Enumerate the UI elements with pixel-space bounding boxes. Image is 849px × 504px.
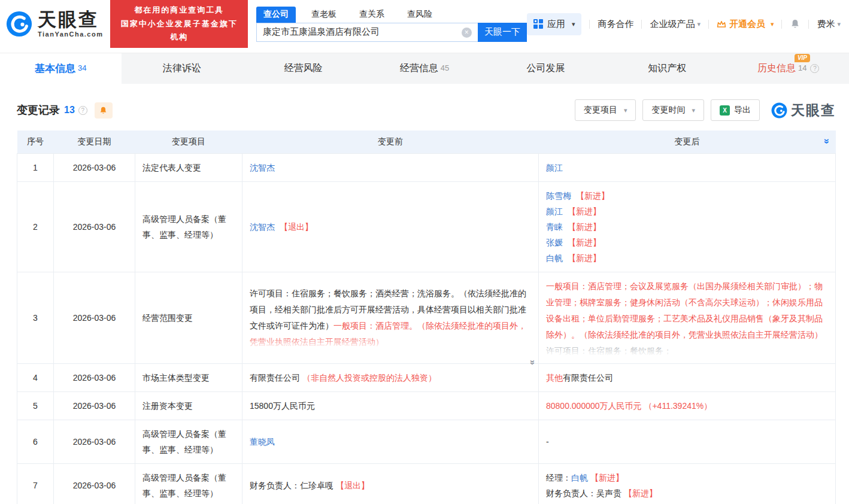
row-index: 3 [17,272,54,363]
menu-divider [641,20,642,29]
business-coop-link[interactable]: 商务合作 [598,19,633,30]
search-tab-risk[interactable]: 查风险 [400,7,439,23]
table-row: 1 2026-03-06 法定代表人变更 沈智杰 颜江 [17,153,836,181]
change-after: 其他有限责任公司 [539,363,836,391]
chevron-down-icon: ▾ [572,20,575,28]
table-row: 5 2026-03-06 注册资本变更 15800万人民币元 80800.000… [17,391,836,420]
user-menu[interactable]: 费米 ▾ [817,19,841,30]
scope-text: 许可项目：住宿服务；餐饮服务； [546,346,672,356]
tab-label: 历史信息 [757,63,796,73]
new-tag: 【新进】 [590,473,624,482]
tab-legal-litigation[interactable]: 法律诉讼 [122,53,243,84]
menu-divider [589,20,590,29]
open-vip-label: 开通会员 [729,19,765,30]
open-vip-menu[interactable]: 开通会员 ▾ [717,19,774,30]
change-after: 颜江 [539,153,836,181]
person-link[interactable]: 沈智杰 [250,222,275,232]
tab-label: 法律诉讼 [163,62,201,75]
change-before: 沈智杰 【退出】 [242,181,539,272]
scope-text-changed: 一般项目：酒店管理；会议及展览服务（出国办展须经相关部门审批）；物业管理；棋牌室… [546,281,823,339]
value-text: 有限责任公司 [563,373,613,382]
change-before: 董晓凤 [242,420,539,463]
filter-change-item-dropdown[interactable]: 变更项目 ▾ [575,99,636,121]
change-before: 财务负责人：仁珍卓嘎 【退出】 [242,463,539,504]
person-entry: 经理：白帆 【新进】 [546,470,828,485]
tab-operation-risk[interactable]: 经营风险 [242,53,364,84]
clear-search-icon[interactable]: × [462,28,472,38]
tab-count: 45 [441,63,449,72]
table-row: 6 2026-03-06 高级管理人员备案（董事、监事、经理等） 董晓凤 - [17,420,836,463]
role-text: 财务负责人：吴声贵 [546,488,624,498]
apps-grid-icon [533,19,543,29]
help-icon[interactable]: ? [810,64,819,73]
watermark-brand: 天眼查 [791,101,836,120]
tab-label: 经营风险 [284,62,322,75]
person-link[interactable]: 白帆 [571,473,588,482]
tianyancha-watermark: 天眼查 [771,101,836,120]
change-before: 15800万人民币元 [242,391,539,420]
person-link[interactable]: 白帆 [546,253,563,263]
tab-label: 知识产权 [648,62,686,75]
value-text-changed: 80800.000000万人民币元 （+411.39241%） [546,401,712,411]
chevron-down-icon: ▾ [692,107,695,114]
tab-company-development[interactable]: 公司发展 [485,53,607,84]
search-tab-company[interactable]: 查公司 [256,7,296,23]
person-link[interactable]: 张媛 [546,238,563,247]
menu-divider [781,20,782,29]
change-before: 沈智杰 [242,153,539,181]
filter-label: 变更时间 [651,105,685,116]
change-after: 陈雪梅 【新进】 颜江 【新进】 青睐 【新进】 张媛 【新进】 白帆 【新 [539,181,836,272]
exit-tag: 【退出】 [280,222,313,232]
role-text: 经理： [546,473,571,482]
brand-domain: TianYanCha.com [38,31,103,38]
change-date: 2026-03-06 [54,363,135,391]
apps-label: 应用 [547,19,565,30]
export-button[interactable]: X 导出 [711,99,760,121]
search-input[interactable] [256,23,478,42]
chevron-down-icon: ▾ [697,20,701,28]
person-link[interactable]: 沈智杰 [250,163,275,172]
collapse-rows-icon[interactable]: » [822,139,832,144]
filter-change-time-dropdown[interactable]: 变更时间 ▾ [642,99,704,121]
person-text: 财务负责人：仁珍卓嘎 [250,481,336,490]
enterprise-products-label: 企业级产品 [650,19,695,30]
tab-basic-info[interactable]: 基本信息 34 [0,53,122,84]
tianyancha-logo[interactable]: 天眼查 TianYanCha.com [6,10,103,38]
expand-row-icon[interactable]: » [529,360,538,365]
company-nav-tabs: 基本信息 34 法律诉讼 经营风险 经营信息 45 公司发展 知识产权 历史信息… [0,53,849,84]
row-index: 7 [17,463,54,504]
col-after-label: 变更后 [675,136,700,146]
change-records-table: 序号 变更日期 变更项目 变更前 变更后 » 1 2026-03-06 法定代表… [17,130,836,504]
value-text-changed: 其他 [546,373,563,382]
tab-history-info[interactable]: 历史信息 VIP 14 ? [727,53,849,84]
value-text: 有限责任公司 [250,373,302,382]
tab-label: 经营信息 [400,62,438,75]
table-header-row: 序号 变更日期 变更项目 变更前 变更后 » [17,130,836,153]
search-button[interactable]: 天眼一下 [478,23,527,42]
subscribe-bell-button[interactable] [95,102,113,119]
notification-bell-button[interactable] [790,19,801,29]
person-link[interactable]: 陈雪梅 [546,191,571,201]
table-row: 2 2026-03-06 高级管理人员备案（董事、监事、经理等） 沈智杰 【退出… [17,181,836,272]
excel-icon: X [720,105,730,116]
search-tab-boss[interactable]: 查老板 [304,7,344,23]
tab-operation-info[interactable]: 经营信息 45 [364,53,486,84]
search-tab-relation[interactable]: 查关系 [352,7,392,23]
chevron-down-icon: ▾ [771,20,774,28]
exit-tag: 【退出】 [336,481,369,490]
person-link[interactable]: 董晓凤 [250,437,275,447]
tab-intellectual-property[interactable]: 知识产权 [607,53,728,84]
enterprise-products-menu[interactable]: 企业级产品 ▾ [650,19,701,30]
apps-menu-button[interactable]: 应用 ▾ [527,13,582,35]
change-item: 高级管理人员备案（董事、监事、经理等） [135,181,242,272]
help-icon[interactable]: ? [78,106,87,115]
section-title: 变更记录 [17,103,60,117]
person-link[interactable]: 颜江 [546,163,563,172]
person-link[interactable]: 青睐 [546,222,563,232]
change-date: 2026-03-06 [54,463,135,504]
person-link[interactable]: 颜江 [546,207,563,216]
row-index: 2 [17,181,54,272]
slogan-line2: 国家中小企业发展子基金旗下机构 [116,17,241,45]
tianyancha-logo-icon [6,11,32,37]
change-item: 注册资本变更 [135,391,242,420]
